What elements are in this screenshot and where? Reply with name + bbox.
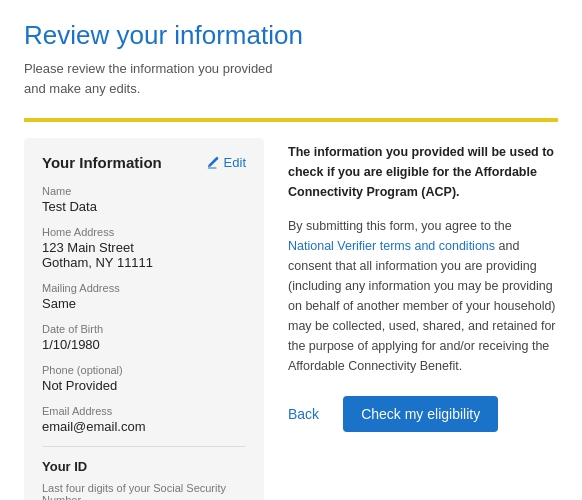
field-value-home-address: 123 Main StreetGotham, NY 11111: [42, 240, 246, 270]
field-value-phone: Not Provided: [42, 378, 246, 393]
right-panel: The information you provided will be use…: [288, 138, 558, 432]
edit-label: Edit: [224, 155, 246, 170]
field-email: Email Address email@email.com: [42, 405, 246, 434]
field-label-phone: Phone (optional): [42, 364, 246, 376]
your-information-panel: Your Information Edit Name Test Data Hom…: [24, 138, 264, 500]
field-label-home-address: Home Address: [42, 226, 246, 238]
check-eligibility-button[interactable]: Check my eligibility: [343, 396, 498, 432]
consent-post: and consent that all information you are…: [288, 239, 556, 373]
edit-button[interactable]: Edit: [206, 155, 246, 170]
content-row: Your Information Edit Name Test Data Hom…: [24, 138, 558, 500]
section-divider: [42, 446, 246, 447]
terms-link[interactable]: National Verifier terms and conditions: [288, 239, 495, 253]
button-row: Back Check my eligibility: [288, 396, 558, 432]
edit-icon: [206, 156, 220, 170]
field-dob: Date of Birth 1/10/1980: [42, 323, 246, 352]
field-value-email: email@email.com: [42, 419, 246, 434]
disclaimer-text: The information you provided will be use…: [288, 142, 558, 202]
field-value-mailing-address: Same: [42, 296, 246, 311]
disclaimer-strong: The information you provided will be use…: [288, 145, 554, 199]
panel-header: Your Information Edit: [42, 154, 246, 171]
page-subtitle: Please review the information you provid…: [24, 59, 558, 98]
field-label-email: Email Address: [42, 405, 246, 417]
page-title: Review your information: [24, 20, 558, 51]
consent-pre: By submitting this form, you agree to th…: [288, 219, 512, 233]
field-label-mailing-address: Mailing Address: [42, 282, 246, 294]
field-mailing-address: Mailing Address Same: [42, 282, 246, 311]
field-label-ssn: Last four digits of your Social Security…: [42, 482, 246, 500]
svg-rect-0: [207, 167, 216, 168]
progress-bar: [24, 118, 558, 122]
field-value-name: Test Data: [42, 199, 246, 214]
consent-text: By submitting this form, you agree to th…: [288, 216, 558, 376]
your-id-label: Your ID: [42, 459, 246, 474]
field-value-dob: 1/10/1980: [42, 337, 246, 352]
field-label-name: Name: [42, 185, 246, 197]
field-ssn: Last four digits of your Social Security…: [42, 482, 246, 500]
field-phone: Phone (optional) Not Provided: [42, 364, 246, 393]
panel-title: Your Information: [42, 154, 162, 171]
back-button[interactable]: Back: [288, 406, 319, 422]
field-label-dob: Date of Birth: [42, 323, 246, 335]
field-home-address: Home Address 123 Main StreetGotham, NY 1…: [42, 226, 246, 270]
field-name: Name Test Data: [42, 185, 246, 214]
